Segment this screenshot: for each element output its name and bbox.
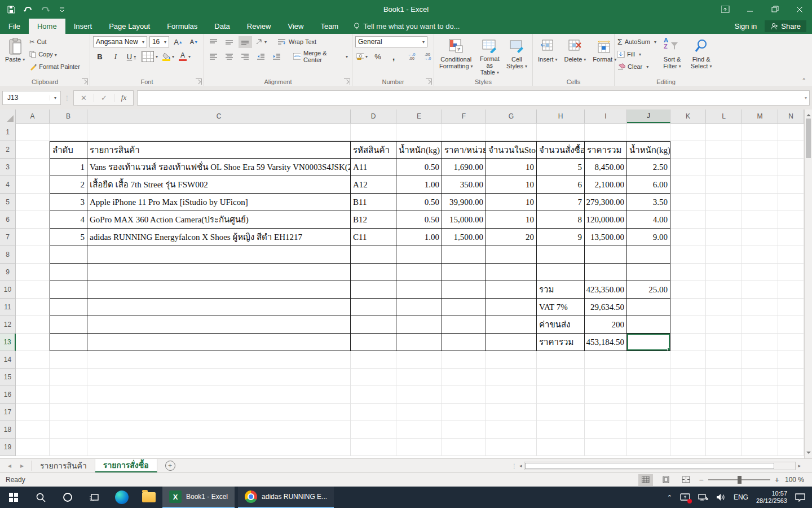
cell-H9[interactable] xyxy=(537,264,585,281)
cell-F4[interactable]: 350.00 xyxy=(442,176,486,194)
cell-H5[interactable]: 7 xyxy=(537,194,585,211)
cell-L7[interactable] xyxy=(706,229,742,246)
cell-K8[interactable] xyxy=(670,246,706,264)
cell-B1[interactable] xyxy=(50,124,87,141)
cell-M11[interactable] xyxy=(742,299,778,316)
vertical-scroll-thumb[interactable] xyxy=(806,119,811,158)
insert-cells-button[interactable]: Insert xyxy=(535,36,561,77)
cell-E10[interactable] xyxy=(396,281,442,299)
cell-N14[interactable] xyxy=(778,351,804,369)
cell-I19[interactable] xyxy=(585,439,627,456)
cell-H13[interactable]: ราคารวม xyxy=(537,334,585,351)
cell-N12[interactable] xyxy=(778,316,804,334)
cell-I6[interactable]: 120,000.00 xyxy=(585,211,627,229)
zoom-thumb[interactable] xyxy=(738,476,742,484)
cell-B7[interactable]: 5 xyxy=(50,229,87,246)
column-header-A[interactable]: A xyxy=(16,110,50,123)
network-icon[interactable] xyxy=(698,493,708,501)
cell-G2[interactable]: จำนวนในStock xyxy=(486,141,537,159)
cell-K15[interactable] xyxy=(670,369,706,386)
cell-C3[interactable]: Vans รองเท้าแวนส์ รองเท้าแฟชั่น OL Shoe … xyxy=(87,159,351,176)
cell-M17[interactable] xyxy=(742,404,778,421)
share-button[interactable]: Share xyxy=(765,20,806,32)
row-header-14[interactable]: 14 xyxy=(0,351,16,369)
fill-button[interactable]: Fill xyxy=(616,48,657,60)
decrease-decimal-icon[interactable]: .00 →.0 xyxy=(421,51,434,63)
row-header-17[interactable]: 17 xyxy=(0,404,16,421)
page-break-view-button[interactable] xyxy=(679,474,694,486)
cell-D18[interactable] xyxy=(351,421,396,439)
cell-B15[interactable] xyxy=(50,369,87,386)
cell-H8[interactable] xyxy=(537,246,585,264)
minimize-button[interactable] xyxy=(738,0,762,19)
cell-K11[interactable] xyxy=(670,299,706,316)
cell-F5[interactable]: 39,900.00 xyxy=(442,194,486,211)
cell-D10[interactable] xyxy=(351,281,396,299)
language-indicator[interactable]: ENG xyxy=(734,493,748,501)
percent-style-icon[interactable]: % xyxy=(371,51,385,63)
comma-style-icon[interactable]: , xyxy=(387,51,400,63)
column-header-L[interactable]: L xyxy=(706,110,742,123)
hscroll-right-icon[interactable]: ▸ xyxy=(798,463,801,468)
autosum-button[interactable]: Σ AutoSum xyxy=(616,36,657,48)
cell-I14[interactable] xyxy=(585,351,627,369)
cell-H11[interactable]: VAT 7% xyxy=(537,299,585,316)
number-format-select[interactable]: General▾ xyxy=(355,36,427,47)
cell-D5[interactable]: B11 xyxy=(351,194,396,211)
column-header-K[interactable]: K xyxy=(670,110,706,123)
row-header-13[interactable]: 13 xyxy=(0,334,16,351)
cell-A16[interactable] xyxy=(16,386,50,404)
cell-A8[interactable] xyxy=(16,246,50,264)
cell-I4[interactable]: 2,100.00 xyxy=(585,176,627,194)
zoom-in-icon[interactable]: + xyxy=(775,475,779,484)
cell-I8[interactable] xyxy=(585,246,627,264)
row-header-19[interactable]: 19 xyxy=(0,439,16,456)
cell-E19[interactable] xyxy=(396,439,442,456)
cortana-button[interactable] xyxy=(54,487,81,508)
row-header-8[interactable]: 8 xyxy=(0,246,16,264)
cell-M10[interactable] xyxy=(742,281,778,299)
cell-N3[interactable] xyxy=(778,159,804,176)
cell-C11[interactable] xyxy=(87,299,351,316)
cell-G1[interactable] xyxy=(486,124,537,141)
cell-F15[interactable] xyxy=(442,369,486,386)
align-right-icon[interactable] xyxy=(239,51,252,63)
cell-K10[interactable] xyxy=(670,281,706,299)
cell-J1[interactable] xyxy=(627,124,670,141)
cell-I9[interactable] xyxy=(585,264,627,281)
expand-formula-bar-icon[interactable]: ▾ xyxy=(805,95,809,100)
cell-D14[interactable] xyxy=(351,351,396,369)
cell-K16[interactable] xyxy=(670,386,706,404)
cell-M15[interactable] xyxy=(742,369,778,386)
undo-icon[interactable] xyxy=(24,5,33,14)
cell-K3[interactable] xyxy=(670,159,706,176)
cell-I16[interactable] xyxy=(585,386,627,404)
grow-font-icon[interactable]: A▲ xyxy=(171,36,185,48)
cell-E12[interactable] xyxy=(396,316,442,334)
column-header-C[interactable]: C xyxy=(87,110,351,123)
cell-E6[interactable]: 0.50 xyxy=(396,211,442,229)
cell-D1[interactable] xyxy=(351,124,396,141)
font-size-select[interactable]: 16▾ xyxy=(149,36,169,47)
alignment-dialog-launcher-icon[interactable] xyxy=(344,78,350,85)
tab-data[interactable]: Data xyxy=(206,19,238,34)
cell-B8[interactable] xyxy=(50,246,87,264)
cell-J9[interactable] xyxy=(627,264,670,281)
cell-C8[interactable] xyxy=(87,246,351,264)
row-header-4[interactable]: 4 xyxy=(0,176,16,194)
orientation-icon[interactable] xyxy=(254,36,268,48)
row-header-7[interactable]: 7 xyxy=(0,229,16,246)
cell-G4[interactable]: 10 xyxy=(486,176,537,194)
cell-A12[interactable] xyxy=(16,316,50,334)
redo-icon[interactable] xyxy=(41,5,50,14)
align-middle-icon[interactable] xyxy=(223,36,236,48)
cell-L4[interactable] xyxy=(706,176,742,194)
increase-decimal-icon[interactable]: ←.0 .00 xyxy=(405,51,418,63)
cell-A18[interactable] xyxy=(16,421,50,439)
cell-I17[interactable] xyxy=(585,404,627,421)
zoom-out-icon[interactable]: − xyxy=(699,475,704,484)
underline-button[interactable]: U xyxy=(125,51,138,63)
cell-K4[interactable] xyxy=(670,176,706,194)
cell-H15[interactable] xyxy=(537,369,585,386)
paste-button[interactable]: Paste xyxy=(2,36,28,73)
